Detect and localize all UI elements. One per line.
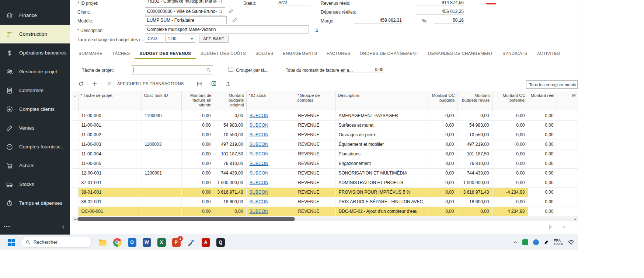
search-icon[interactable] bbox=[218, 9, 223, 14]
tache-filter-input[interactable] bbox=[131, 66, 213, 74]
sidebar-item-ventes[interactable]: Ventes bbox=[0, 119, 70, 137]
column-header-id_stock[interactable]: *ID stock bbox=[246, 91, 295, 111]
stock-id-link[interactable]: SUBCON bbox=[250, 113, 268, 118]
stock-id-link[interactable]: SUBCON bbox=[250, 161, 268, 166]
rate-combo[interactable]: 1,00 ▾ bbox=[165, 35, 195, 43]
column-header-m_partial[interactable]: M bbox=[557, 91, 578, 111]
delete-row-button[interactable] bbox=[104, 79, 114, 88]
grid-row-11-00-004[interactable]: 11-00-0040,00101 187,50SUBCONREVENUEPlan… bbox=[72, 149, 578, 159]
tab-engagements[interactable]: ENGAGEMENTS bbox=[278, 49, 322, 59]
sidebar-item-stocks[interactable]: Stocks bbox=[0, 175, 70, 194]
tab-budget-des-couts[interactable]: BUDGET DES COÛTS bbox=[196, 49, 251, 59]
scroll-left-arrow[interactable]: ◂ bbox=[72, 217, 77, 221]
tab-factures[interactable]: FACTURES bbox=[322, 49, 355, 59]
scrollbar-thumb[interactable] bbox=[77, 217, 295, 221]
tab-taches[interactable]: TÂCHES bbox=[107, 49, 135, 59]
stock-id-link[interactable]: SUBCON bbox=[250, 199, 268, 204]
sidebar-more-button[interactable]: ••• bbox=[4, 224, 11, 229]
sidebar-collapse-icon[interactable] bbox=[61, 224, 66, 231]
taskbar-app-file-explorer[interactable] bbox=[98, 237, 107, 247]
tab-budget-des-revenus[interactable]: BUDGET DES REVENUS bbox=[135, 49, 196, 59]
add-row-button[interactable] bbox=[90, 79, 100, 88]
refresh-button[interactable] bbox=[76, 79, 86, 88]
grid-row-38-01-001[interactable]: 38-01-0010,003 616 971,43SUBCONREVENUEPR… bbox=[72, 188, 578, 197]
column-header-tache[interactable]: *Tâche de projet bbox=[78, 91, 142, 111]
sidebar-item-temps-et-depenses[interactable]: Temps et dépenses bbox=[0, 194, 70, 212]
column-header-budg_orig[interactable]: Montant budgété original bbox=[214, 91, 246, 111]
column-header-budg_revise[interactable]: Montant budgété révisé bbox=[457, 91, 492, 111]
column-header-reel[interactable]: Montant réel bbox=[528, 91, 557, 111]
grid-row-11-00-005[interactable]: 11-00-0050,0076 810,00SUBCONREVENUEEngaz… bbox=[72, 159, 578, 169]
grid-row-38-02-001[interactable]: 38-02-0010,0018 600,00SUBCONREVENUEPRIX … bbox=[72, 197, 578, 207]
language-fr-link[interactable]: fr bbox=[316, 27, 318, 32]
stock-id-link[interactable]: SUBCON bbox=[250, 142, 268, 147]
column-header-cost_task[interactable]: Cost Task ID bbox=[142, 91, 181, 111]
horizontal-scrollbar[interactable]: ◂ ▸ bbox=[72, 217, 578, 221]
search-icon[interactable] bbox=[218, 0, 223, 4]
stock-id-link[interactable]: SUBCON bbox=[250, 151, 268, 156]
sidebar-item-comptes-fournisse[interactable]: Comptes fournisse... bbox=[0, 137, 70, 156]
row-selector-header[interactable] bbox=[72, 91, 78, 111]
sidebar-item-gestion-de-projet[interactable]: Gestion de projet bbox=[0, 62, 70, 81]
column-header-fact_attente[interactable]: Montant de facture en attente bbox=[181, 91, 214, 111]
modele-input[interactable]: LUMP SUM - Forfaitaire bbox=[145, 16, 227, 24]
sidebar-item-achats[interactable]: Achats bbox=[0, 156, 70, 175]
column-header-description[interactable]: Description bbox=[335, 91, 428, 111]
taskbar-app-excel[interactable]: X bbox=[157, 237, 166, 247]
pager-prev-button[interactable]: < bbox=[559, 224, 568, 229]
description-input[interactable]: Complexe multisport Marie-Victorin bbox=[145, 25, 309, 34]
grid-row-oc-00-001[interactable]: OC-00-0010,000,00SUBCONREVENUEDDC-ME-02 … bbox=[72, 207, 578, 217]
client-input[interactable]: C000000030 - Ville de Saint-Bruno-de bbox=[145, 7, 225, 15]
scroll-right-arrow[interactable]: ▸ bbox=[573, 217, 578, 221]
tray-expand-chevron-up-icon[interactable] bbox=[513, 240, 518, 244]
taskbar-app-word[interactable]: W bbox=[142, 237, 152, 247]
stock-id-link[interactable]: SUBCON bbox=[250, 132, 268, 137]
sidebar-item-construction[interactable]: Construction bbox=[0, 25, 70, 43]
column-header-oc_budg[interactable]: Montant OC budgété bbox=[428, 91, 457, 111]
tab-sommaire[interactable]: SOMMAIRE bbox=[74, 49, 107, 59]
grid-row-11-00-000[interactable]: 11-00-00011000000,000,00SUBCONREVENUEAMÉ… bbox=[72, 111, 578, 121]
sidebar-item-comptes-clients[interactable]: Comptes clients bbox=[0, 100, 70, 119]
currency-box[interactable]: CAD bbox=[145, 35, 164, 43]
aff-base-button[interactable]: AFF. BASE bbox=[199, 35, 229, 43]
column-header-oc_potentiel[interactable]: Montant OC potentiel bbox=[492, 91, 528, 111]
tab-demandes-de-changement[interactable]: DEMANDES DE CHANGEMENT bbox=[423, 49, 498, 59]
language-indicator[interactable]: FRA CAFR bbox=[554, 239, 563, 246]
taskbar-app-powerpoint[interactable]: P1 bbox=[171, 237, 181, 247]
upload-button[interactable] bbox=[223, 79, 233, 88]
tab-syndicats[interactable]: SYNDICATS bbox=[498, 49, 532, 59]
export-excel-button[interactable] bbox=[209, 79, 219, 88]
grid-row-11-00-003[interactable]: 11-00-00311000030,00497 219,00SUBCONREVE… bbox=[72, 140, 578, 149]
taskbar-app-acrobat[interactable]: A bbox=[201, 237, 210, 247]
stock-id-link[interactable]: SUBCON bbox=[250, 180, 268, 185]
search-icon[interactable] bbox=[206, 68, 211, 73]
id-projet-input[interactable]: 75102 - Complexe multisport Marie-Vi bbox=[145, 0, 225, 5]
show-transactions-button[interactable]: AFFICHER LES TRANSACTIONS bbox=[117, 79, 184, 88]
grouper-checkbox[interactable] bbox=[229, 67, 233, 72]
records-filter-dropdown[interactable]: Tous les enregistrements bbox=[526, 80, 578, 89]
stock-id-link[interactable]: SUBCON bbox=[250, 190, 268, 195]
grid-row-11-00-001[interactable]: 11-00-0010,0054 983,00SUBCONREVENUESurfa… bbox=[72, 121, 578, 130]
tab-activites[interactable]: ACTIVITÉS bbox=[532, 49, 565, 59]
tray-green-app-icon[interactable] bbox=[522, 239, 528, 245]
sidebar-item-conformite[interactable]: Conformité bbox=[0, 81, 70, 100]
tray-pen-icon[interactable] bbox=[544, 240, 549, 245]
start-button[interactable] bbox=[7, 239, 15, 246]
sidebar-item-finance[interactable]: Finance bbox=[0, 6, 70, 25]
tab-soldes[interactable]: SOLDES bbox=[251, 49, 278, 59]
tab-ordres-de-changement[interactable]: ORDRES DE CHANGEMENT bbox=[355, 49, 423, 59]
tray-blue-app-icon[interactable] bbox=[533, 239, 539, 245]
taskbar-app-pen-tool[interactable] bbox=[186, 237, 196, 247]
sidebar-item-operations-bancaires[interactable]: Opérations bancaires bbox=[0, 43, 70, 62]
column-header-groupe[interactable]: *Groupe de comptes bbox=[295, 91, 335, 111]
wifi-icon[interactable] bbox=[568, 240, 574, 245]
taskbar-app-chrome[interactable] bbox=[112, 237, 122, 247]
grid-row-37-01-001[interactable]: 37-01-0010,001 000 000,00SUBCONREVENUEAD… bbox=[72, 178, 578, 188]
edit-modele-icon[interactable] bbox=[232, 17, 237, 22]
fit-width-button[interactable] bbox=[195, 79, 204, 88]
stock-id-link[interactable]: SUBCON bbox=[250, 170, 268, 176]
grid-row-11-00-002[interactable]: 11-00-0020,0010 550,00SUBCONREVENUEOuvra… bbox=[72, 130, 578, 140]
taskbar-app-q-app[interactable]: Q bbox=[216, 237, 225, 247]
taskbar-app-outlook[interactable]: O bbox=[127, 237, 137, 247]
stock-id-link[interactable]: SUBCON bbox=[250, 209, 268, 214]
